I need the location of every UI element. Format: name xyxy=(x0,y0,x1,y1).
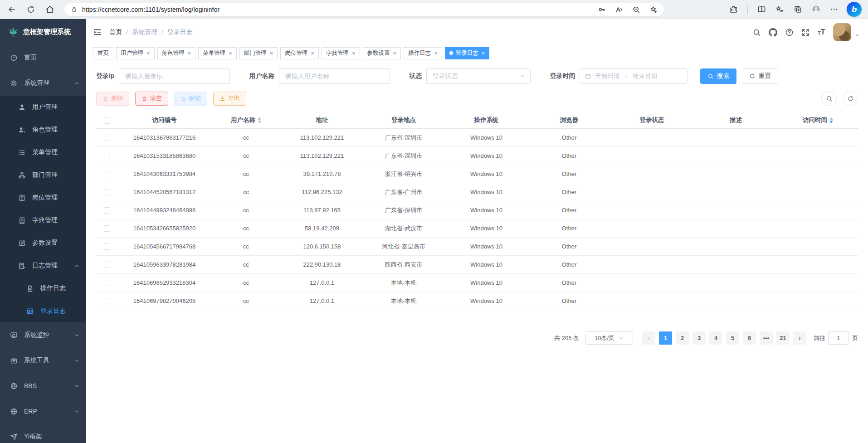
tab-菜单管理[interactable]: 菜单管理× xyxy=(198,47,237,59)
login-ip-input[interactable] xyxy=(119,68,230,84)
browser-menu-icon[interactable] xyxy=(830,5,839,14)
sidebar-item-login-log[interactable]: 登录日志 xyxy=(0,300,86,322)
page-button-1[interactable]: 1 xyxy=(659,331,672,345)
tab-首页[interactable]: 首页 xyxy=(93,47,113,59)
favorites-icon[interactable] xyxy=(775,5,784,14)
sidebar-item-menu-management[interactable]: 菜单管理 xyxy=(0,141,86,164)
sidebar-item-dept-management[interactable]: 部门管理 xyxy=(0,164,86,186)
tab-close-icon[interactable]: × xyxy=(270,50,273,56)
sidebar-item-post-management[interactable]: 岗位管理 xyxy=(0,186,86,209)
tab-登录日志[interactable]: 登录日志× xyxy=(445,47,490,59)
row-checkbox[interactable] xyxy=(104,171,110,177)
table-search-toggle-button[interactable] xyxy=(821,91,837,106)
sidebar-item-system-tools[interactable]: 系统工具 xyxy=(0,348,86,373)
page-button-6[interactable]: 6 xyxy=(743,331,756,345)
help-icon[interactable] xyxy=(785,28,794,37)
page-button-4[interactable]: 4 xyxy=(709,331,722,345)
tab-操作日志[interactable]: 操作日志× xyxy=(404,47,442,59)
sort-carets-icon[interactable] xyxy=(829,117,833,123)
reset-button[interactable]: 重置 xyxy=(742,68,778,84)
page-button-2[interactable]: 2 xyxy=(676,331,689,345)
delete-button[interactable]: 删除 xyxy=(96,92,129,106)
tab-角色管理[interactable]: 角色管理× xyxy=(157,47,196,59)
password-key-icon[interactable] xyxy=(598,5,606,14)
tab-close-icon[interactable]: × xyxy=(352,50,356,56)
table-refresh-button[interactable] xyxy=(843,91,858,106)
row-checkbox[interactable] xyxy=(104,243,110,250)
sidebar-item-erp[interactable]: ERP xyxy=(0,399,86,424)
export-button[interactable]: 导出 xyxy=(213,92,246,106)
page-size-select[interactable]: 10条/页 xyxy=(585,331,633,345)
browser-profile-icon[interactable] xyxy=(812,5,820,14)
sidebar-item-system-management[interactable]: 系统管理 xyxy=(0,70,86,96)
app-logo[interactable]: 意框架管理系统 xyxy=(0,19,86,45)
sidebar-item-operation-log[interactable]: 操作日志 xyxy=(0,277,86,300)
read-aloud-icon[interactable] xyxy=(615,5,623,14)
home-icon[interactable] xyxy=(45,5,54,14)
sidebar-item-user-management[interactable]: 用户管理 xyxy=(0,96,86,118)
tab-部门管理[interactable]: 部门管理× xyxy=(239,47,278,59)
header-search-icon[interactable] xyxy=(752,28,761,37)
tab-close-icon[interactable]: × xyxy=(229,50,232,56)
more-pages-button[interactable]: ••• xyxy=(760,331,773,345)
page-button-5[interactable]: 5 xyxy=(726,331,739,345)
tab-close-icon[interactable]: × xyxy=(393,50,397,56)
breadcrumb-item[interactable]: 首页 xyxy=(109,28,122,36)
address-bar[interactable]: https://ccnetcore.com:1101/system/log/lo… xyxy=(64,3,664,16)
clear-button[interactable]: 清空 xyxy=(135,92,168,106)
fullscreen-icon[interactable] xyxy=(801,28,810,37)
sidebar-item-log-management[interactable]: 日志管理 xyxy=(0,254,86,277)
sidebar-toggle-icon[interactable] xyxy=(93,28,102,37)
extensions-icon[interactable] xyxy=(729,5,738,14)
row-checkbox[interactable] xyxy=(104,262,110,268)
tab-close-icon[interactable]: × xyxy=(434,50,438,56)
sort-carets-icon[interactable] xyxy=(258,117,261,123)
sidebar-item-bbs[interactable]: BBS xyxy=(0,373,86,399)
sidebar-item-system-monitor[interactable]: 系统监控 xyxy=(0,322,86,348)
user-avatar[interactable] xyxy=(833,23,851,41)
row-checkbox[interactable] xyxy=(104,225,110,232)
row-checkbox[interactable] xyxy=(104,153,110,159)
github-icon[interactable] xyxy=(769,28,777,37)
row-checkbox[interactable] xyxy=(104,280,110,286)
column-header-访问时间[interactable]: 访问时间 xyxy=(778,112,858,129)
row-checkbox[interactable] xyxy=(104,298,110,304)
font-size-icon[interactable]: TT xyxy=(818,28,825,37)
refresh-icon[interactable] xyxy=(26,5,35,14)
row-checkbox[interactable] xyxy=(104,207,110,214)
sidebar-item-param-settings[interactable]: 参数设置 xyxy=(0,232,86,254)
column-header-用户名称[interactable]: 用户名称 xyxy=(211,112,281,129)
sidebar-item-yi-framework[interactable]: Yi框架 xyxy=(0,424,86,443)
page-button-3[interactable]: 3 xyxy=(692,331,706,345)
back-icon[interactable] xyxy=(7,5,16,14)
tab-参数设置[interactable]: 参数设置× xyxy=(363,47,401,59)
tab-close-icon[interactable]: × xyxy=(146,50,150,56)
url-text[interactable]: https://ccnetcore.com:1101/system/log/lo… xyxy=(82,6,219,13)
tab-close-icon[interactable]: × xyxy=(482,50,485,56)
row-checkbox[interactable] xyxy=(104,189,110,195)
status-select[interactable]: 登录状态 xyxy=(426,68,531,84)
user-name-input[interactable] xyxy=(279,68,390,84)
tab-close-icon[interactable]: × xyxy=(188,50,191,56)
prev-page-button[interactable]: ‹ xyxy=(642,331,655,345)
tab-字典管理[interactable]: 字典管理× xyxy=(322,47,360,59)
sidebar-item-dict-management[interactable]: 字典管理 xyxy=(0,209,86,232)
split-screen-icon[interactable] xyxy=(757,5,766,14)
collections-icon[interactable] xyxy=(794,5,802,14)
sidebar-item-home[interactable]: 首页 xyxy=(0,45,86,70)
goto-page-input[interactable] xyxy=(828,331,849,345)
select-all-checkbox[interactable] xyxy=(104,117,110,124)
page-button-21[interactable]: 21 xyxy=(776,331,790,345)
row-checkbox[interactable] xyxy=(104,135,110,141)
zoom-out-icon[interactable] xyxy=(632,5,640,14)
tab-close-icon[interactable]: × xyxy=(311,50,314,56)
next-page-button[interactable]: › xyxy=(793,331,806,345)
add-favorite-icon[interactable] xyxy=(649,5,658,14)
tab-用户管理[interactable]: 用户管理× xyxy=(116,47,155,59)
login-time-range-picker[interactable]: 开始日期 - 结束日期 xyxy=(580,68,688,84)
sidebar-item-role-management[interactable]: 角色管理 xyxy=(0,118,86,141)
unlock-button[interactable]: 解锁 xyxy=(174,92,207,106)
search-button[interactable]: 搜索 xyxy=(700,68,736,84)
tab-岗位管理[interactable]: 岗位管理× xyxy=(280,47,319,59)
bing-chat-icon[interactable]: b xyxy=(847,2,862,17)
